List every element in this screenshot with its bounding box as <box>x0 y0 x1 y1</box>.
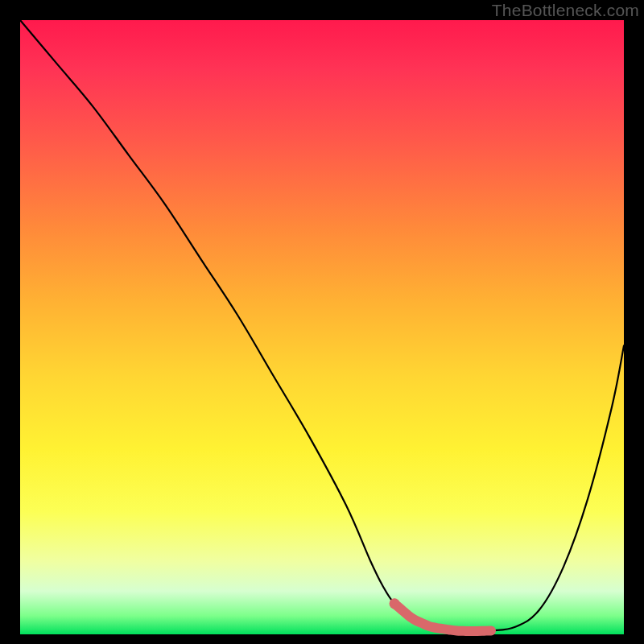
watermark-text: TheBottleneck.com <box>492 1 639 20</box>
sweet-spot-dot <box>390 598 400 609</box>
sweet-spot-band <box>394 604 491 631</box>
chart-svg <box>20 20 624 634</box>
bottleneck-curve <box>20 20 624 631</box>
